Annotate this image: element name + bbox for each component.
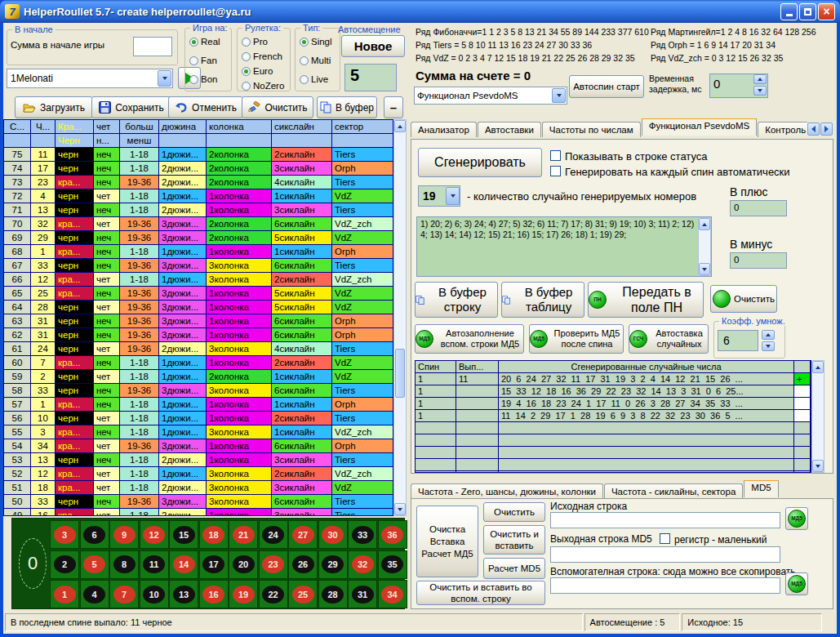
history-row[interactable]: 5118кра...чет1-182дюжи...3колонка3сиклай…	[4, 481, 393, 495]
md5-clear-paste-button[interactable]: Очистить и вставить	[483, 525, 545, 555]
board-number-26[interactable]: 26	[288, 550, 318, 579]
board-zero[interactable]: 0	[19, 538, 47, 589]
board-number-13[interactable]: 13	[169, 580, 198, 608]
copy-buffer-button[interactable]: В буфер	[317, 96, 377, 118]
md5-aux-input[interactable]	[550, 577, 780, 594]
send-to-pn-button[interactable]: ПН Передать в поле ПН	[588, 282, 704, 318]
history-row[interactable]: 681кра...неч1-181дюжи...1колонка1сиклайн…	[4, 245, 393, 259]
board-number-5[interactable]: 5	[80, 550, 109, 579]
buffer-line-button[interactable]: В буфер строку	[415, 282, 498, 318]
generate-button[interactable]: Сгенерировать	[418, 148, 542, 177]
start-sum-input[interactable]	[133, 37, 172, 56]
radio-option-singl[interactable]: Singl	[300, 37, 332, 47]
tabs-scroll-right-button[interactable]	[820, 122, 833, 136]
history-row[interactable]: 6428чернчет19-363дюжи...1колонка5сиклайн…	[4, 301, 393, 314]
history-row[interactable]: 5313черннеч1-182дюжи...1колонка3сиклайнT…	[4, 453, 393, 467]
history-row[interactable]: 5434кра...чет19-363дюжи...1колонка6сикла…	[4, 439, 393, 453]
board-number-25[interactable]: 25	[288, 580, 318, 608]
spins-row[interactable]: 119 4 16 18 23 24 1 17 11 0 26 3 28 27 3…	[416, 398, 811, 410]
board-number-10[interactable]: 10	[140, 580, 169, 608]
history-row[interactable]: 7323кра...неч19-362дюжи...2колонка4сикла…	[4, 176, 393, 189]
radio-option-bon[interactable]: Bon	[189, 74, 217, 84]
md5-calc-button[interactable]: Расчет MD5	[483, 558, 545, 579]
board-number-1[interactable]: 1	[50, 580, 79, 608]
history-row[interactable]: 553кра...неч1-181дюжи...3колонка1сиклайн…	[4, 425, 393, 439]
board-number-22[interactable]: 22	[259, 580, 288, 608]
load-button[interactable]: Загрузить	[15, 96, 93, 118]
main-tab-2[interactable]: Частоты по числам	[542, 122, 641, 137]
count-dropdown-button[interactable]	[446, 187, 460, 205]
spins-row[interactable]	[416, 422, 811, 434]
board-number-29[interactable]: 29	[318, 550, 348, 579]
history-row[interactable]: 571кра...неч1-181дюжи...1колонка1сиклайн…	[4, 398, 393, 412]
clear-button[interactable]: Очистить	[242, 96, 313, 118]
delay-down-button[interactable]	[753, 86, 767, 96]
board-number-31[interactable]: 31	[348, 580, 377, 608]
spins-row[interactable]: 11120 6 24 27 32 11 17 31 19 3 2 4 14 12…	[416, 373, 811, 385]
board-number-32[interactable]: 32	[348, 550, 377, 579]
board-number-20[interactable]: 20	[229, 550, 258, 579]
radio-option-french[interactable]: French	[242, 51, 282, 61]
history-row[interactable]: 7032кра...чет19-363дюжи...2колонка6сикла…	[4, 217, 393, 231]
tabs-scroll-left-button[interactable]	[807, 122, 820, 136]
spins-row[interactable]	[416, 459, 811, 471]
board-number-18[interactable]: 18	[199, 520, 229, 549]
close-button[interactable]: ×	[818, 3, 835, 20]
board-number-28[interactable]: 28	[318, 580, 348, 608]
history-row[interactable]: 7417черннеч1-182дюжи...2колонка3сиклайнO…	[4, 162, 393, 176]
history-row[interactable]: 4916кра...чет1-182дюжи...1колонка3сиклай…	[4, 509, 393, 516]
board-number-8[interactable]: 8	[109, 550, 139, 579]
radio-option-fan[interactable]: Fan	[189, 56, 217, 65]
multiplier-value[interactable]: 6	[718, 330, 758, 351]
history-row[interactable]: 5833черннеч19-363дюжи...3колонка6сиклайн…	[4, 384, 393, 398]
radio-option-pro[interactable]: Pro	[242, 37, 268, 47]
check-md5-button[interactable]: МД5 Проверить МД5 после спина	[529, 324, 624, 354]
board-number-24[interactable]: 24	[259, 520, 288, 549]
scroll-up-button[interactable]	[699, 218, 710, 230]
board-number-9[interactable]: 9	[109, 520, 139, 549]
preset-combobox[interactable]: 1Melonati	[7, 69, 173, 88]
numbers-scrollbar[interactable]	[698, 217, 711, 276]
radio-option-nozero[interactable]: NoZero	[242, 81, 284, 91]
history-row[interactable]: 5212кра...чет1-181дюжи...3колонка2сиклай…	[4, 467, 393, 481]
board-number-17[interactable]: 17	[199, 550, 229, 579]
md5-clear-button[interactable]: Очистить	[483, 502, 545, 522]
auto-generate-checkbox[interactable]	[550, 166, 561, 176]
spins-scrollbar[interactable]	[811, 360, 824, 473]
spins-row[interactable]: 115 33 12 18 16 36 29 22 23 32 14 13 3 3…	[416, 385, 811, 398]
history-row[interactable]: 6124чернчет19-362дюжи...3колонка4сиклайн…	[4, 342, 393, 356]
board-number-4[interactable]: 4	[80, 580, 109, 608]
board-number-36[interactable]: 36	[378, 520, 407, 549]
history-scrollbar[interactable]	[393, 119, 407, 516]
preset-dropdown-button[interactable]	[158, 70, 171, 87]
board-number-35[interactable]: 35	[378, 550, 407, 579]
board-number-19[interactable]: 19	[229, 580, 258, 608]
radio-option-euro[interactable]: Euro	[242, 66, 273, 76]
board-number-12[interactable]: 12	[140, 520, 169, 549]
scrollbar-thumb[interactable]	[395, 349, 405, 398]
md5-source-input[interactable]	[550, 512, 780, 528]
freq-tab-1[interactable]: Частота - сиклайны, сектора	[604, 483, 743, 499]
scroll-down-button[interactable]	[812, 460, 824, 472]
board-number-2[interactable]: 2	[50, 550, 79, 579]
history-row[interactable]: 6929черннеч19-363дюжи...2колонка5сиклайн…	[4, 231, 393, 245]
radio-option-real[interactable]: Real	[189, 37, 220, 47]
board-number-6[interactable]: 6	[80, 520, 109, 549]
save-button[interactable]: Сохранить	[91, 96, 171, 118]
board-number-21[interactable]: 21	[229, 520, 258, 549]
new-offset-button[interactable]: Новое	[341, 35, 405, 57]
autospin-start-button[interactable]: Автоспин старт	[569, 75, 644, 98]
history-row[interactable]: 6331черннеч19-363дюжи...1колонка6сиклайн…	[4, 314, 393, 328]
board-number-14[interactable]: 14	[169, 550, 198, 579]
spins-row[interactable]	[416, 471, 811, 473]
scroll-down-button[interactable]	[699, 263, 710, 275]
main-tab-3[interactable]: Функционал PsevdoMS	[642, 118, 758, 136]
board-number-23[interactable]: 23	[259, 550, 288, 579]
board-number-11[interactable]: 11	[140, 550, 169, 579]
generated-numbers-textarea[interactable]: 1) 20; 2) 6; 3) 24; 4) 27; 5) 32; 6) 11;…	[416, 216, 712, 277]
clear-generated-button[interactable]: Очистить	[710, 285, 777, 313]
freq-tab-2[interactable]: MD5	[744, 480, 778, 497]
autobet-random-button[interactable]: ГСЧ Автоставка случайных	[629, 324, 709, 354]
board-number-30[interactable]: 30	[318, 520, 348, 549]
spins-row[interactable]	[416, 434, 811, 447]
